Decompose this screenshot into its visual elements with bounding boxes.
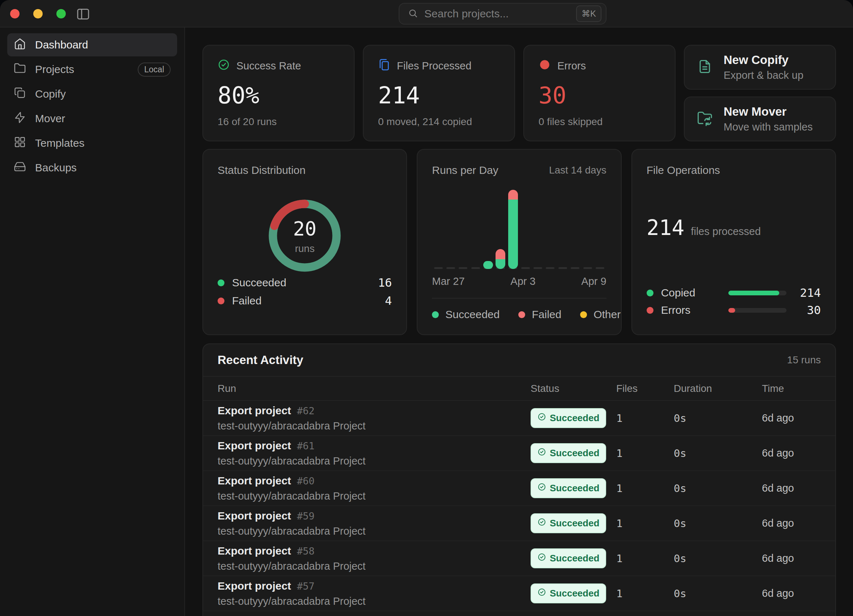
x-axis-labels: Mar 27 Apr 3 Apr 9 xyxy=(432,275,606,287)
stat-card-errors: Errors 30 0 files skipped xyxy=(524,45,675,141)
x-tick: Apr 9 xyxy=(581,275,606,287)
runs-count: 15 runs xyxy=(787,354,821,366)
table-header: Run Status Files Duration Time xyxy=(203,376,835,401)
stat-card-files-processed: Files Processed 214 0 moved, 214 copied xyxy=(363,45,515,141)
table-row[interactable]: Export project #62 test-outyyy/abracadab… xyxy=(203,401,835,436)
copied-dot-icon xyxy=(647,290,654,296)
run-project: test-outyyy/abracadabra Project xyxy=(218,490,531,502)
card-title: Runs per Day xyxy=(432,164,498,176)
table-row[interactable]: Export project #56 test-outyyy/abracadab… xyxy=(203,611,835,616)
minimize-button[interactable] xyxy=(33,9,42,18)
time-cell: 6d ago xyxy=(762,587,821,599)
donut-center-value: 20 xyxy=(293,217,317,240)
duration-cell: 0s xyxy=(674,587,762,600)
status-label: Succeeded xyxy=(550,588,599,599)
files-cell: 1 xyxy=(616,552,674,565)
divider xyxy=(432,298,606,299)
sidebar-item-backups[interactable]: Backups xyxy=(7,156,177,179)
fops-row-errors: Errors 30 xyxy=(647,302,821,319)
sidebar-toggle-button[interactable] xyxy=(76,7,90,21)
status-distribution-card: Status Distribution 20 runs Succeeded 16 xyxy=(202,149,407,335)
run-number: #58 xyxy=(297,546,314,557)
range-label: Last 14 days xyxy=(549,164,607,176)
hard-drive-icon xyxy=(14,161,26,175)
errors-dot-icon xyxy=(647,307,654,314)
run-title: Export project xyxy=(218,475,291,487)
x-tick: Mar 27 xyxy=(432,275,464,287)
run-project: test-outyyy/abracadabra Project xyxy=(218,560,531,572)
files-icon xyxy=(378,59,390,73)
time-cell: 6d ago xyxy=(762,552,821,564)
status-badge: Succeeded xyxy=(531,583,606,603)
status-badge: Succeeded xyxy=(531,478,606,498)
search-box[interactable]: ⌘K xyxy=(399,3,607,24)
sidebar-item-projects[interactable]: Projects Local xyxy=(7,58,177,81)
copied-progress-bar xyxy=(728,291,786,295)
check-circle-icon xyxy=(537,482,546,494)
run-project: test-outyyy/abracadabra Project xyxy=(218,525,531,537)
action-subtitle: Export & back up xyxy=(724,70,803,81)
home-icon xyxy=(14,38,26,52)
stat-sub: 16 of 20 runs xyxy=(218,116,339,127)
check-circle-icon xyxy=(537,588,546,599)
files-processed-label: files processed xyxy=(691,226,760,238)
legend-item-failed: Failed 4 xyxy=(218,293,392,309)
check-circle-icon xyxy=(537,413,546,424)
time-cell: 6d ago xyxy=(762,412,821,424)
status-badge: Succeeded xyxy=(531,443,606,463)
status-label: Succeeded xyxy=(550,518,599,529)
files-processed-value: 214 xyxy=(647,215,685,240)
files-cell: 1 xyxy=(616,517,674,530)
table-body: Export project #62 test-outyyy/abracadab… xyxy=(203,401,835,616)
close-button[interactable] xyxy=(10,9,20,18)
sidebar-item-dashboard[interactable]: Dashboard xyxy=(7,33,177,56)
new-mover-button[interactable]: New Mover Move with samples xyxy=(684,97,836,141)
search-shortcut-badge: ⌘K xyxy=(576,5,601,22)
table-row[interactable]: Export project #59 test-outyyy/abracadab… xyxy=(203,506,835,541)
succeeded-dot-icon xyxy=(218,279,225,286)
other-dot-icon xyxy=(580,311,587,318)
donut-chart: 20 runs xyxy=(264,196,345,276)
stat-sub: 0 moved, 214 copied xyxy=(378,116,500,127)
sidebar: Dashboard Projects Local Copify Mover Te… xyxy=(0,27,185,616)
stat-value: 30 xyxy=(539,82,660,109)
recent-activity-card: Recent Activity 15 runs Run Status Files… xyxy=(202,343,836,616)
check-circle-icon xyxy=(537,518,546,529)
files-cell: 1 xyxy=(616,412,674,425)
run-title: Export project xyxy=(218,440,291,452)
sidebar-item-templates[interactable]: Templates xyxy=(7,132,177,155)
sidebar-item-copify[interactable]: Copify xyxy=(7,82,177,106)
file-operations-card: File Operations 214 files processed Copi… xyxy=(631,149,836,335)
run-project: test-outyyy/abracadabra Project xyxy=(218,420,531,432)
zap-icon xyxy=(14,111,26,126)
run-number: #59 xyxy=(297,510,314,522)
run-title: Export project xyxy=(218,615,291,616)
sidebar-item-mover[interactable]: Mover xyxy=(7,107,177,130)
status-badge: Succeeded xyxy=(531,513,606,533)
search-input[interactable] xyxy=(424,8,576,20)
x-tick: Apr 3 xyxy=(510,275,535,287)
failed-dot-icon xyxy=(218,297,225,304)
table-row[interactable]: Export project #60 test-outyyy/abracadab… xyxy=(203,471,835,506)
time-cell: 6d ago xyxy=(762,517,821,529)
new-copify-button[interactable]: New Copify Export & back up xyxy=(684,45,836,90)
runs-per-day-card: Runs per Day Last 14 days Mar 27 Apr 3 A… xyxy=(417,149,621,335)
succeeded-dot-icon xyxy=(432,311,439,318)
fops-row-copied: Copied 214 xyxy=(647,284,821,302)
check-circle-icon xyxy=(537,553,546,564)
stat-label: Errors xyxy=(557,60,586,72)
status-label: Succeeded xyxy=(550,553,599,564)
sidebar-item-label: Backups xyxy=(35,162,77,174)
action-title: New Copify xyxy=(724,53,803,67)
table-row[interactable]: Export project #61 test-outyyy/abracadab… xyxy=(203,436,835,471)
run-title: Export project xyxy=(218,545,291,557)
table-row[interactable]: Export project #57 test-outyyy/abracadab… xyxy=(203,576,835,611)
table-row[interactable]: Export project #58 test-outyyy/abracadab… xyxy=(203,541,835,576)
duration-cell: 0s xyxy=(674,482,762,495)
zoom-button[interactable] xyxy=(56,9,66,18)
sidebar-item-label: Mover xyxy=(35,112,65,125)
search-icon xyxy=(408,8,418,20)
error-dot-icon xyxy=(539,59,551,73)
quick-actions: New Copify Export & back up New Mover Mo… xyxy=(684,45,836,141)
stat-value: 80% xyxy=(218,82,339,109)
